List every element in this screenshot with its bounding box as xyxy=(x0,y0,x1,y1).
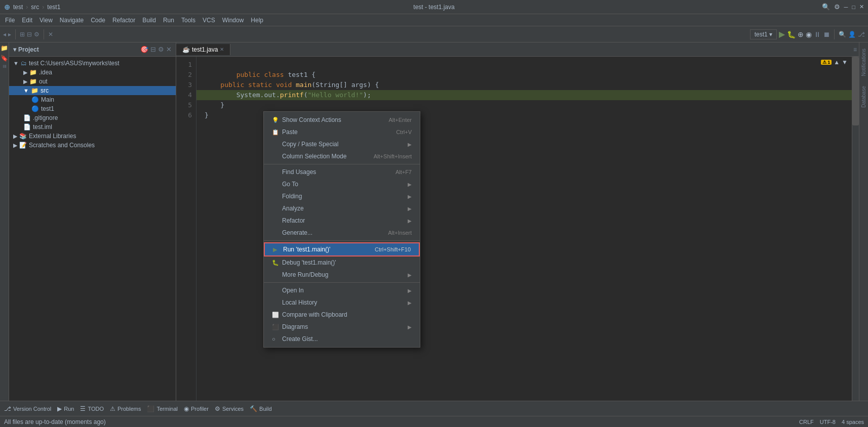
pause-button[interactable]: ⏸ xyxy=(814,30,821,38)
tree-item-external-libs[interactable]: ▶ 📚 External Libraries xyxy=(9,132,176,141)
scrollbar-thumb[interactable] xyxy=(852,57,859,125)
status-terminal[interactable]: ⬛ Terminal xyxy=(147,405,178,412)
project-close-icon[interactable]: ✕ xyxy=(166,46,172,53)
tree-item-scratches[interactable]: ▶ 📝 Scratches and Consoles xyxy=(9,141,176,150)
scrollbar[interactable] xyxy=(852,57,859,401)
cm-left-debug: 🐛 Debug 'test1.main()' xyxy=(272,259,412,266)
collapse-tree-icon[interactable]: ⊟ xyxy=(150,46,156,53)
menu-edit[interactable]: Edit xyxy=(19,16,35,25)
toolbar-close-icon[interactable]: ✕ xyxy=(48,31,53,38)
project-header: ▾ Project 🎯 ⊟ ⚙ ✕ xyxy=(9,42,176,57)
cm-more-run-debug[interactable]: More Run/Debug ▶ xyxy=(264,269,420,281)
cm-column-selection[interactable]: Column Selection Mode Alt+Shift+Insert xyxy=(264,150,420,162)
status-version-control[interactable]: ⎇ Version Control xyxy=(4,405,51,412)
cm-create-gist[interactable]: ○ Create Gist... xyxy=(264,333,420,345)
collapse-all-icon[interactable]: ⊟ xyxy=(27,31,32,38)
tree-item-project[interactable]: ▼ 🗂 test C:\Users\ASUS\myworks\test xyxy=(9,59,176,68)
indent-label[interactable]: 4 spaces xyxy=(842,419,864,425)
tree-item-src[interactable]: ▼ 📁 src xyxy=(9,86,176,95)
cm-compare-with-clipboard[interactable]: ⬜ Compare with Clipboard xyxy=(264,309,420,321)
search-icon2[interactable]: 🔍 xyxy=(839,31,846,38)
menu-window[interactable]: Window xyxy=(219,16,247,25)
status-todo[interactable]: ☰ TODO xyxy=(80,405,104,412)
profile-button[interactable]: ◉ xyxy=(806,30,812,38)
menu-vcs[interactable]: VCS xyxy=(200,16,218,25)
maximize-button[interactable]: □ xyxy=(852,4,855,10)
project-dropdown-icon[interactable]: ▾ xyxy=(13,46,16,53)
cm-shortcut-column: Alt+Shift+Insert xyxy=(374,153,412,159)
activity-structure-icon[interactable]: ≡ xyxy=(1,65,8,68)
debug-button[interactable]: 🐛 xyxy=(787,30,796,38)
notifications-panel-label[interactable]: Notifications xyxy=(860,45,867,80)
run-button[interactable]: ▶ xyxy=(779,29,785,39)
tree-item-out[interactable]: ▶ 📁 out xyxy=(9,77,176,86)
services-label: Services xyxy=(222,406,244,412)
cm-generate[interactable]: Generate... Alt+Insert xyxy=(264,227,420,239)
tab-test1[interactable]: ☕ test1.java ✕ xyxy=(176,44,230,55)
encoding-label[interactable]: UTF-8 xyxy=(820,419,836,425)
settings-icon[interactable]: ⚙ xyxy=(834,3,840,11)
cm-diagrams[interactable]: ⬛ Diagrams ▶ xyxy=(264,321,420,333)
cm-run[interactable]: ▶ Run 'test1.main()' Ctrl+Shift+F10 xyxy=(264,242,420,257)
status-profiler[interactable]: ◉ Profiler xyxy=(184,405,209,412)
cm-paste[interactable]: 📋 Paste Ctrl+V xyxy=(264,126,420,138)
cm-show-context-actions[interactable]: 💡 Show Context Actions Alt+Enter xyxy=(264,114,420,126)
menu-view[interactable]: View xyxy=(36,16,56,25)
gist-icon: ○ xyxy=(272,336,279,342)
expand-all-icon[interactable]: ⊞ xyxy=(20,31,25,38)
breadcrumb-file: test1 xyxy=(47,4,60,11)
cm-left-col: Column Selection Mode xyxy=(272,153,370,160)
nav-forward-icon[interactable]: ▸ xyxy=(8,31,11,38)
search-icon[interactable]: 🔍 xyxy=(822,3,830,11)
person-icon[interactable]: 👤 xyxy=(848,31,856,38)
scroll-to-icon[interactable]: 🎯 xyxy=(140,46,148,53)
cm-refactor[interactable]: Refactor ▶ xyxy=(264,215,420,227)
status-services[interactable]: ⚙ Services xyxy=(215,405,244,412)
menu-run[interactable]: Run xyxy=(160,16,177,25)
nav-back-icon[interactable]: ◂ xyxy=(3,31,6,38)
more-tabs-icon[interactable]: ≡ xyxy=(851,44,859,55)
tab-close-icon[interactable]: ✕ xyxy=(220,47,224,52)
cm-local-history[interactable]: Local History ▶ xyxy=(264,296,420,309)
project-settings-icon[interactable]: ⚙ xyxy=(158,46,164,53)
tree-item-gitignore[interactable]: 📄 .gitignore xyxy=(9,113,176,122)
git-icon[interactable]: ⎇ xyxy=(858,31,865,38)
tree-item-main[interactable]: 🔵 Main xyxy=(9,95,176,104)
menu-help[interactable]: Help xyxy=(248,16,266,25)
tree-item-idea[interactable]: ▶ 📁 .idea xyxy=(9,68,176,77)
cm-debug[interactable]: 🐛 Debug 'test1.main()' xyxy=(264,257,420,269)
activity-folder-icon[interactable]: 📁 xyxy=(1,45,8,52)
menu-file[interactable]: File xyxy=(2,16,18,25)
run-status-icon: ▶ xyxy=(57,405,62,412)
menu-tools[interactable]: Tools xyxy=(178,16,199,25)
menu-refactor[interactable]: Refactor xyxy=(109,16,138,25)
menu-navigate[interactable]: Navigate xyxy=(57,16,87,25)
cm-go-to[interactable]: Go To ▶ xyxy=(264,178,420,190)
cm-label-run: Run 'test1.main()' xyxy=(283,246,371,253)
menu-code[interactable]: Code xyxy=(88,16,108,25)
line-separator-label[interactable]: CRLF xyxy=(799,419,814,425)
status-run[interactable]: ▶ Run xyxy=(57,405,74,412)
stop-button[interactable]: ⏹ xyxy=(823,30,830,38)
cm-label-copy-paste-special: Copy / Paste Special xyxy=(282,141,404,148)
settings-gear-icon[interactable]: ⚙ xyxy=(34,31,40,38)
tree-item-test1[interactable]: 🔵 test1 xyxy=(9,104,176,113)
status-problems[interactable]: ⚠ Problems xyxy=(110,405,141,412)
activity-bookmark-icon[interactable]: 🔖 xyxy=(1,55,8,62)
warning-nav-down[interactable]: ▼ xyxy=(842,59,848,66)
cm-left-refactor: Refactor xyxy=(272,217,404,224)
warning-nav-up[interactable]: ▲ xyxy=(834,59,840,66)
coverage-button[interactable]: ⊕ xyxy=(798,30,804,38)
cm-open-in[interactable]: Open In ▶ xyxy=(264,284,420,296)
cm-folding[interactable]: Folding ▶ xyxy=(264,190,420,202)
cm-find-usages[interactable]: Find Usages Alt+F7 xyxy=(264,166,420,178)
run-config-dropdown[interactable]: test1 ▾ xyxy=(750,29,777,39)
minimize-button[interactable]: ─ xyxy=(844,4,848,10)
tree-item-testiml[interactable]: 📄 test.iml xyxy=(9,122,176,132)
database-panel-label[interactable]: Database xyxy=(860,82,867,112)
close-button[interactable]: ✕ xyxy=(859,4,864,10)
status-build[interactable]: 🔨 Build xyxy=(250,405,271,412)
cm-copy-paste-special[interactable]: Copy / Paste Special ▶ xyxy=(264,138,420,150)
menu-build[interactable]: Build xyxy=(139,16,159,25)
cm-analyze[interactable]: Analyze ▶ xyxy=(264,202,420,215)
